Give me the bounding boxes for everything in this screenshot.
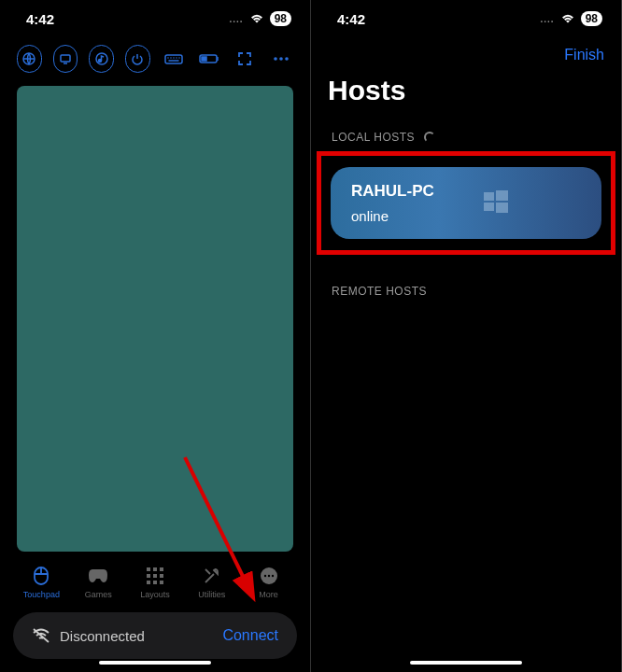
connection-status: Disconnected	[32, 627, 145, 644]
keyboard-icon[interactable]	[162, 45, 186, 73]
more-icon[interactable]	[269, 45, 293, 73]
status-bar: 4:42 .... 98	[311, 0, 621, 37]
svg-rect-6	[202, 57, 206, 61]
svg-rect-17	[147, 581, 150, 584]
cellular-dots-icon: ....	[230, 14, 244, 24]
home-indicator	[410, 661, 522, 665]
wifi-off-icon	[32, 627, 50, 644]
wifi-icon	[249, 13, 264, 24]
tab-layouts[interactable]: Layouts	[129, 565, 181, 599]
connection-status-text: Disconnected	[60, 628, 145, 644]
spinner-icon	[424, 132, 435, 143]
svg-rect-16	[160, 574, 163, 578]
svg-rect-15	[153, 574, 157, 578]
music-icon[interactable]	[89, 45, 114, 73]
status-time: 4:42	[26, 11, 54, 27]
connection-bar: Disconnected Connect	[13, 612, 297, 659]
svg-rect-13	[160, 567, 163, 571]
svg-rect-18	[153, 581, 157, 584]
battery-level: 98	[581, 11, 602, 26]
svg-rect-26	[484, 192, 494, 201]
tab-label: More	[259, 590, 278, 599]
svg-rect-1	[61, 55, 70, 62]
monitor-icon[interactable]	[53, 45, 78, 73]
left-screenshot: 4:42 .... 98 Touchpad Games	[0, 0, 311, 672]
gamepad-icon	[87, 565, 109, 587]
svg-point-7	[274, 57, 277, 61]
windows-icon	[484, 189, 508, 217]
host-status: online	[351, 208, 581, 224]
status-bar: 4:42 .... 98	[0, 0, 310, 37]
svg-rect-4	[165, 55, 182, 63]
battery-bar-icon[interactable]	[197, 45, 221, 73]
wifi-icon	[560, 13, 575, 24]
svg-rect-19	[160, 581, 163, 584]
action-toolbar	[0, 37, 310, 80]
right-screenshot: 4:42 .... 98 Finish Hosts LOCAL HOSTS RA…	[311, 0, 622, 672]
svg-rect-12	[153, 567, 157, 571]
finish-button[interactable]: Finish	[564, 47, 604, 63]
battery-level: 98	[270, 11, 291, 26]
tab-label: Layouts	[140, 590, 170, 599]
tab-more[interactable]: More	[243, 565, 295, 599]
more-circle-icon	[258, 565, 280, 587]
remote-hosts-header: REMOTE HOSTS	[311, 255, 621, 328]
svg-point-9	[285, 57, 289, 61]
svg-rect-29	[496, 203, 508, 213]
power-icon[interactable]	[125, 45, 150, 73]
svg-point-21	[263, 575, 265, 577]
page-title: Hosts	[311, 71, 621, 123]
browser-icon[interactable]	[17, 45, 42, 73]
tab-label: Touchpad	[23, 590, 60, 599]
svg-rect-14	[147, 574, 150, 578]
svg-point-22	[267, 575, 269, 577]
tab-label: Games	[85, 590, 112, 599]
host-card[interactable]: RAHUL-PC online	[331, 167, 601, 239]
status-right: .... 98	[541, 11, 602, 26]
expand-icon[interactable]	[233, 45, 257, 73]
svg-point-8	[279, 57, 283, 61]
status-right: .... 98	[230, 11, 291, 26]
tab-label: Utilities	[198, 590, 225, 599]
cellular-dots-icon: ....	[541, 14, 555, 24]
tab-games[interactable]: Games	[72, 565, 124, 599]
home-indicator	[99, 661, 211, 665]
svg-point-23	[271, 575, 273, 577]
tab-utilities[interactable]: Utilities	[186, 565, 238, 599]
bottom-tabs: Touchpad Games Layouts Utilities More	[0, 559, 310, 603]
touchpad-surface[interactable]	[17, 86, 293, 552]
local-hosts-label: LOCAL HOSTS	[332, 131, 415, 144]
svg-rect-27	[496, 190, 508, 201]
status-time: 4:42	[337, 11, 365, 27]
svg-rect-11	[147, 567, 150, 571]
grid-icon	[144, 565, 166, 587]
tab-touchpad[interactable]: Touchpad	[15, 565, 67, 599]
svg-rect-28	[484, 203, 494, 211]
host-name: RAHUL-PC	[351, 182, 581, 201]
tools-icon	[201, 565, 223, 587]
annotation-highlight: RAHUL-PC online	[317, 151, 615, 255]
nav-bar: Finish	[311, 37, 621, 71]
local-hosts-header: LOCAL HOSTS	[311, 123, 621, 151]
connect-button[interactable]: Connect	[222, 627, 278, 644]
mouse-icon	[30, 565, 52, 587]
